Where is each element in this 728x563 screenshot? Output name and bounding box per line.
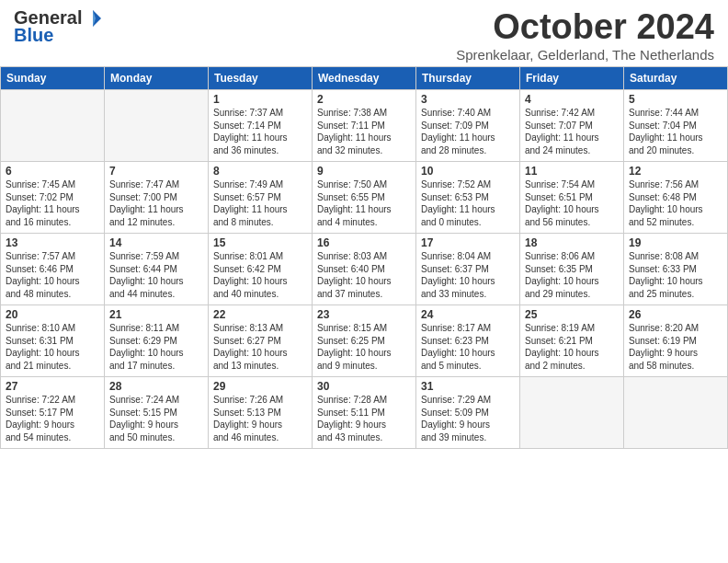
calendar-cell: 19Sunrise: 8:08 AMSunset: 6:33 PMDayligh… — [624, 234, 728, 305]
calendar-cell: 2Sunrise: 7:38 AMSunset: 7:11 PMDaylight… — [313, 90, 416, 162]
day-number: 25 — [525, 308, 619, 321]
day-number: 12 — [629, 165, 722, 178]
calendar-header-friday: Friday — [520, 67, 624, 90]
cell-content-line: Sunset: 5:09 PM — [421, 407, 515, 419]
cell-content-line: and 25 minutes. — [629, 288, 722, 301]
calendar-cell: 18Sunrise: 8:06 AMSunset: 6:35 PMDayligh… — [520, 234, 624, 305]
calendar-week-4: 27Sunrise: 7:22 AMSunset: 5:17 PMDayligh… — [1, 377, 728, 449]
cell-content-line: and 56 minutes. — [525, 216, 619, 229]
calendar-cell: 16Sunrise: 8:03 AMSunset: 6:40 PMDayligh… — [313, 234, 416, 305]
cell-content-line: and 40 minutes. — [213, 288, 307, 301]
calendar-header-tuesday: Tuesday — [209, 67, 313, 90]
cell-content-line: Sunset: 6:33 PM — [629, 263, 722, 276]
cell-content-line: Daylight: 10 hours — [317, 275, 411, 288]
cell-content-line: and 50 minutes. — [109, 431, 203, 444]
cell-content-line: and 24 minutes. — [525, 144, 619, 157]
cell-content-line: Sunset: 7:00 PM — [109, 191, 203, 204]
cell-content-line: and 39 minutes. — [421, 431, 515, 444]
day-number: 14 — [109, 236, 203, 249]
cell-content-line: Sunset: 6:44 PM — [109, 263, 203, 276]
cell-content-line: Sunrise: 8:19 AM — [525, 322, 619, 335]
calendar-cell: 29Sunrise: 7:26 AMSunset: 5:13 PMDayligh… — [209, 377, 313, 449]
cell-content-line: Sunrise: 8:04 AM — [421, 250, 515, 263]
day-number: 18 — [525, 236, 619, 249]
calendar-header-saturday: Saturday — [624, 67, 728, 90]
cell-content-line: Sunrise: 7:52 AM — [421, 178, 515, 191]
cell-content-line: and 33 minutes. — [421, 288, 515, 301]
calendar-cell: 5Sunrise: 7:44 AMSunset: 7:04 PMDaylight… — [624, 90, 728, 162]
day-number: 7 — [109, 165, 203, 178]
month-year-title: October 2024 — [456, 7, 714, 47]
cell-content-line: Daylight: 9 hours — [317, 419, 411, 431]
calendar-cell: 15Sunrise: 8:01 AMSunset: 6:42 PMDayligh… — [209, 234, 313, 305]
calendar-cell — [1, 90, 105, 162]
cell-content-line: and 54 minutes. — [6, 431, 99, 444]
calendar-cell: 24Sunrise: 8:17 AMSunset: 6:23 PMDayligh… — [416, 305, 520, 377]
cell-content-line: Daylight: 11 hours — [421, 132, 515, 144]
calendar-week-3: 20Sunrise: 8:10 AMSunset: 6:31 PMDayligh… — [1, 305, 728, 377]
cell-content-line: Sunrise: 7:42 AM — [525, 107, 619, 120]
cell-content-line: Daylight: 11 hours — [213, 132, 307, 144]
cell-content-line: Sunrise: 7:47 AM — [109, 178, 203, 191]
day-number: 11 — [525, 165, 619, 178]
cell-content-line: and 29 minutes. — [525, 288, 619, 301]
calendar-cell: 28Sunrise: 7:24 AMSunset: 5:15 PMDayligh… — [105, 377, 209, 449]
cell-content-line: Daylight: 9 hours — [109, 419, 203, 431]
calendar-header-monday: Monday — [105, 67, 209, 90]
cell-content-line: and 52 minutes. — [629, 216, 722, 229]
cell-content-line: Sunrise: 7:59 AM — [109, 250, 203, 263]
cell-content-line: Sunset: 6:31 PM — [6, 335, 99, 348]
cell-content-line: Daylight: 10 hours — [525, 275, 619, 288]
cell-content-line: Sunset: 7:14 PM — [213, 120, 307, 132]
cell-content-line: and 4 minutes. — [317, 216, 411, 229]
cell-content-line: and 9 minutes. — [317, 360, 411, 373]
cell-content-line: Sunset: 6:35 PM — [525, 263, 619, 276]
cell-content-line: Sunrise: 7:56 AM — [629, 178, 722, 191]
day-number: 15 — [213, 236, 307, 249]
cell-content-line: and 28 minutes. — [421, 144, 515, 157]
cell-content-line: Daylight: 10 hours — [6, 275, 99, 288]
cell-content-line: Daylight: 9 hours — [213, 419, 307, 431]
day-number: 27 — [6, 380, 99, 393]
logo-flag-icon — [83, 8, 103, 29]
cell-content-line: Daylight: 10 hours — [421, 347, 515, 360]
day-number: 24 — [421, 308, 515, 321]
cell-content-line: and 0 minutes. — [421, 216, 515, 229]
cell-content-line: Sunset: 6:42 PM — [213, 263, 307, 276]
cell-content-line: Sunset: 6:37 PM — [421, 263, 515, 276]
cell-content-line: Sunrise: 8:08 AM — [629, 250, 722, 263]
cell-content-line: Sunrise: 7:29 AM — [421, 394, 515, 407]
cell-content-line: Sunrise: 8:01 AM — [213, 250, 307, 263]
cell-content-line: Daylight: 10 hours — [213, 347, 307, 360]
day-number: 31 — [421, 380, 515, 393]
cell-content-line: and 37 minutes. — [317, 288, 411, 301]
day-number: 29 — [213, 380, 307, 393]
calendar-cell: 30Sunrise: 7:28 AMSunset: 5:11 PMDayligh… — [313, 377, 416, 449]
calendar-header-thursday: Thursday — [416, 67, 520, 90]
cell-content-line: and 44 minutes. — [109, 288, 203, 301]
cell-content-line: Sunset: 6:55 PM — [317, 191, 411, 204]
cell-content-line: Sunrise: 8:20 AM — [629, 322, 722, 335]
cell-content-line: Sunrise: 7:44 AM — [629, 107, 722, 120]
cell-content-line: Daylight: 10 hours — [213, 275, 307, 288]
cell-content-line: Sunrise: 8:11 AM — [109, 322, 203, 335]
calendar-cell: 13Sunrise: 7:57 AMSunset: 6:46 PMDayligh… — [1, 234, 105, 305]
cell-content-line: and 46 minutes. — [213, 431, 307, 444]
calendar-header-wednesday: Wednesday — [313, 67, 416, 90]
cell-content-line: and 48 minutes. — [6, 288, 99, 301]
cell-content-line: Sunset: 5:11 PM — [317, 407, 411, 419]
cell-content-line: Daylight: 10 hours — [317, 347, 411, 360]
cell-content-line: and 5 minutes. — [421, 360, 515, 373]
day-number: 1 — [213, 93, 307, 106]
calendar-cell: 22Sunrise: 8:13 AMSunset: 6:27 PMDayligh… — [209, 305, 313, 377]
cell-content-line: and 32 minutes. — [317, 144, 411, 157]
cell-content-line: Sunrise: 8:15 AM — [317, 322, 411, 335]
cell-content-line: Daylight: 9 hours — [629, 347, 722, 360]
calendar-cell — [105, 90, 209, 162]
logo: General Blue — [14, 7, 104, 46]
cell-content-line: Sunrise: 7:26 AM — [213, 394, 307, 407]
cell-content-line: Sunset: 6:53 PM — [421, 191, 515, 204]
cell-content-line: and 16 minutes. — [6, 216, 99, 229]
cell-content-line: and 2 minutes. — [525, 360, 619, 373]
cell-content-line: Daylight: 10 hours — [6, 347, 99, 360]
